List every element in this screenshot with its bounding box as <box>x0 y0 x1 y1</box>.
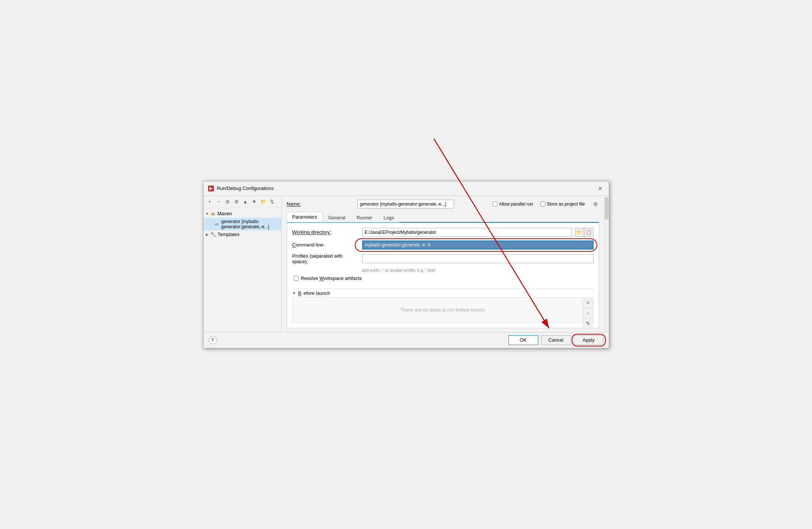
config-toolbar: + − ⧉ ⚙ ▲ ▼ 📁 ⇅ <box>204 196 281 208</box>
store-project-checkbox[interactable] <box>540 201 545 206</box>
right-scrollbar[interactable] <box>604 196 609 332</box>
bottom-bar: ? OK Cancel Apply <box>204 332 609 348</box>
browse-dir-button[interactable]: 📁 <box>575 228 584 237</box>
close-button[interactable]: ✕ <box>596 184 604 193</box>
resolve-workspace-row: Resolve Workspace artifacts <box>294 275 594 281</box>
cancel-button[interactable]: Cancel <box>541 335 571 345</box>
templates-label: Templates <box>218 232 240 237</box>
generator-label: generator [mybatis-generator:generate,-e… <box>221 219 279 229</box>
before-launch-section: ▼ Before launch There are no tasks to ru… <box>292 288 594 323</box>
config-tree: ▼ m Maven m generator [mybatis-generator… <box>204 208 281 332</box>
dialog-title: Run/Debug Configurations <box>217 186 274 191</box>
name-label: Name: <box>287 201 354 207</box>
before-launch-header: ▼ Before launch <box>292 288 594 297</box>
before-launch-content: There are no tasks to run before launch … <box>292 297 594 323</box>
wrench-icon: 🔧 <box>210 232 216 238</box>
working-dir-label-text: Working directory: <box>292 229 331 235</box>
resolve-workspace-checkbox[interactable] <box>294 276 299 281</box>
before-launch-label: B <box>298 290 301 296</box>
left-panel: + − ⧉ ⚙ ▲ ▼ 📁 ⇅ ▼ m Maven m genera <box>204 196 282 332</box>
allow-parallel-checkbox-item: Allow parallel run <box>493 201 533 207</box>
sort-button[interactable]: ⇅ <box>268 198 276 206</box>
profiles-label: Profiles (separated with space): <box>292 253 359 264</box>
help-button[interactable]: ? <box>209 336 217 344</box>
copy-config-button[interactable]: ⧉ <box>224 198 232 206</box>
tree-maven-group[interactable]: ▼ m Maven <box>204 210 281 218</box>
maven-icon: m <box>210 211 216 217</box>
dialog-icon: ▶ <box>208 186 214 191</box>
command-line-row: Command line: <box>292 241 594 249</box>
settings-config-button[interactable]: ⚙ <box>233 198 241 206</box>
working-dir-row: Working directory: 📁 📋 <box>292 228 594 237</box>
command-line-label: Command line: <box>292 242 359 248</box>
store-project-checkbox-item: Store as project file <box>540 201 585 207</box>
working-dir-input[interactable] <box>362 228 572 237</box>
before-launch-label-rest: efore launch <box>303 290 330 296</box>
scrollbar-thumb <box>605 197 608 220</box>
before-launch-edit-button[interactable]: ✎ <box>583 319 593 329</box>
command-line-input[interactable] <box>362 241 594 249</box>
run-debug-dialog: ▶ Run/Debug Configurations ✕ + − ⧉ ⚙ ▲ ▼… <box>203 181 609 348</box>
tab-logs[interactable]: Logs <box>378 213 400 222</box>
apply-button-wrapper: Apply <box>574 335 604 345</box>
title-bar-left: ▶ Run/Debug Configurations <box>208 186 274 191</box>
tree-generator-item[interactable]: m generator [mybatis-generator:generate,… <box>204 218 281 230</box>
tree-templates-group[interactable]: ▶ 🔧 Templates <box>204 230 281 239</box>
tab-general[interactable]: General <box>323 213 351 222</box>
working-dir-label: Working directory: <box>292 229 359 235</box>
tabs-row: Parameters General Runner Logs <box>287 212 599 223</box>
command-line-label-rest: ommand line: <box>296 242 325 248</box>
gear-settings-button[interactable]: ⚙ <box>592 201 599 207</box>
before-launch-side-buttons: + − ✎ <box>582 298 593 329</box>
profiles-hint: add prefix '-' to disable profile, e.g. … <box>362 268 594 272</box>
dir-buttons: 📁 📋 <box>575 228 594 237</box>
folder-button[interactable]: 📁 <box>259 198 267 206</box>
command-line-label-text: C <box>292 242 296 248</box>
checkboxes-area: Allow parallel run Store as project file… <box>493 201 599 207</box>
name-row: Name: Allow parallel run Store as projec… <box>287 200 599 209</box>
title-bar: ▶ Run/Debug Configurations ✕ <box>204 181 609 196</box>
generator-maven-icon: m <box>214 221 220 227</box>
expand-templates-icon: ▶ <box>205 232 210 237</box>
store-project-label: Store as project file <box>547 201 585 207</box>
profiles-input[interactable] <box>362 254 594 263</box>
maven-label: Maven <box>218 211 232 216</box>
name-input[interactable] <box>357 200 454 209</box>
add-config-button[interactable]: + <box>206 198 214 206</box>
move-down-button[interactable]: ▼ <box>250 198 259 206</box>
main-area: + − ⧉ ⚙ ▲ ▼ 📁 ⇅ ▼ m Maven m genera <box>204 196 609 332</box>
ok-button[interactable]: OK <box>509 335 538 345</box>
browse-variables-button[interactable]: 📋 <box>585 228 594 237</box>
tab-parameters[interactable]: Parameters <box>287 212 323 222</box>
before-launch-add-button[interactable]: + <box>583 298 593 308</box>
allow-parallel-checkbox[interactable] <box>493 201 497 206</box>
tab-runner[interactable]: Runner <box>351 213 378 222</box>
apply-button[interactable]: Apply <box>574 335 604 345</box>
right-panel: Name: Allow parallel run Store as projec… <box>282 196 604 332</box>
profiles-row: Profiles (separated with space): <box>292 253 594 264</box>
move-up-button[interactable]: ▲ <box>241 198 250 206</box>
remove-config-button[interactable]: − <box>215 198 223 206</box>
tab-content-parameters: Working directory: 📁 📋 Command line: <box>287 223 599 328</box>
resolve-workspace-label: Resolve Workspace artifacts <box>301 275 362 281</box>
before-launch-collapse-icon[interactable]: ▼ <box>292 291 296 295</box>
allow-parallel-label: Allow parallel run <box>499 201 533 207</box>
action-buttons: OK Cancel Apply <box>509 335 604 345</box>
expand-maven-icon: ▼ <box>205 212 210 216</box>
no-tasks-text: There are no tasks to run before launch <box>400 307 485 313</box>
before-launch-remove-button[interactable]: − <box>583 308 593 319</box>
command-line-wrapper <box>362 241 594 249</box>
